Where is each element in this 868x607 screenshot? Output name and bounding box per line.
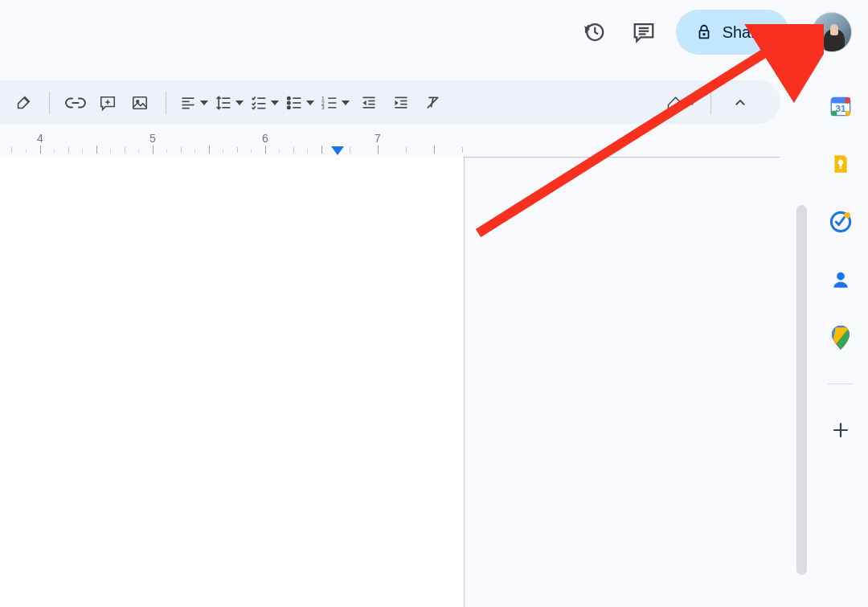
ruler-label: 4 <box>37 132 43 145</box>
caret-down-icon <box>688 100 696 105</box>
comments-button[interactable] <box>626 14 661 50</box>
toolbar-divider <box>710 92 711 114</box>
contacts-icon[interactable] <box>829 268 853 292</box>
share-button[interactable]: Share <box>676 10 789 55</box>
decrease-indent-button[interactable] <box>353 88 385 117</box>
maps-icon[interactable] <box>829 326 853 350</box>
svg-rect-46 <box>845 111 850 116</box>
checklist-menu[interactable] <box>247 88 282 117</box>
toolbar: 123 <box>0 80 780 124</box>
chevron-up-icon <box>733 96 747 110</box>
numbered-list-menu[interactable]: 123 <box>317 88 353 117</box>
svg-point-21 <box>287 96 289 99</box>
svg-point-23 <box>287 101 289 104</box>
add-comment-button[interactable] <box>92 88 124 117</box>
lock-icon <box>695 23 713 41</box>
bulleted-list-menu[interactable] <box>282 88 317 117</box>
calendar-icon[interactable]: 31 <box>829 94 853 118</box>
history-button[interactable] <box>576 14 612 50</box>
insert-link-button[interactable] <box>59 88 92 117</box>
toolbar-divider <box>49 92 50 114</box>
svg-point-51 <box>837 273 845 281</box>
keep-icon[interactable] <box>829 152 853 176</box>
document-page[interactable] <box>0 157 464 607</box>
insert-image-button[interactable] <box>124 88 156 117</box>
horizontal-ruler[interactable]: 4 5 6 7 <box>0 133 780 158</box>
increase-indent-button[interactable] <box>385 88 417 117</box>
vertical-scrollbar[interactable] <box>796 205 807 575</box>
svg-rect-44 <box>845 98 850 104</box>
app-header: Share <box>0 0 868 64</box>
toolbar-divider <box>166 92 166 114</box>
caret-down-icon <box>271 100 279 105</box>
get-addons-button[interactable] <box>829 418 853 442</box>
svg-rect-48 <box>839 167 841 169</box>
caret-down-icon <box>200 100 208 105</box>
svg-point-25 <box>287 106 289 109</box>
line-spacing-menu[interactable] <box>211 88 247 117</box>
page-margin-line <box>464 157 465 607</box>
text-align-menu[interactable] <box>176 88 211 117</box>
highlight-color-button[interactable] <box>7 88 39 117</box>
side-panel: 31 <box>813 84 868 607</box>
right-indent-marker[interactable] <box>331 146 344 155</box>
share-button-label: Share <box>723 23 765 42</box>
caret-down-icon <box>235 100 244 105</box>
svg-point-50 <box>844 212 850 218</box>
side-panel-divider <box>828 383 854 384</box>
tasks-icon[interactable] <box>829 210 853 234</box>
plus-icon <box>831 420 850 440</box>
svg-text:31: 31 <box>836 103 846 113</box>
collapse-toolbar-button[interactable] <box>719 88 761 117</box>
pencil-icon <box>666 95 682 111</box>
svg-rect-9 <box>133 96 147 109</box>
caret-down-icon <box>306 100 314 105</box>
ruler-label: 7 <box>375 132 381 145</box>
caret-down-icon <box>342 100 350 105</box>
editing-mode-menu[interactable] <box>660 88 702 117</box>
svg-point-5 <box>703 34 705 35</box>
ruler-label: 6 <box>262 132 268 145</box>
account-avatar[interactable] <box>812 12 852 52</box>
clear-formatting-button[interactable] <box>417 88 449 117</box>
ruler-label: 5 <box>149 132 156 145</box>
svg-text:3: 3 <box>321 105 325 110</box>
